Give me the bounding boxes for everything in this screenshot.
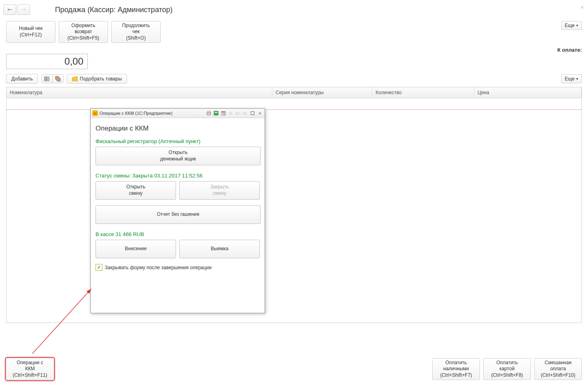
pick-goods-label: Подобрать товары (80, 76, 122, 82)
payment-amount: 0,00 (6, 54, 88, 69)
continue-label-3: (Shift+O) (116, 35, 156, 42)
open-drawer-label-1: Открыть (168, 150, 187, 156)
withdraw-button[interactable]: Выемка (179, 240, 260, 258)
refund-label-2: возврат (63, 29, 104, 35)
deposit-label: Внесение (125, 246, 147, 252)
refund-label-3: (Ctrl+Shift+F5) (63, 35, 104, 42)
pay-cash-button[interactable]: Оплатить наличными (Ctrl+Shift+F7) (432, 358, 480, 380)
x-report-label: Отчет без гашения (157, 211, 199, 218)
dialog-title: Операции с ККМ (1С:Предприятие) (100, 111, 172, 116)
nav-back-button[interactable]: 🡐 (3, 4, 16, 15)
dialog-titlebar[interactable]: 1c Операции с ККМ (1С:Предприятие) 31 M … (91, 109, 265, 118)
refund-label-1: Оформить (63, 23, 104, 29)
new-check-label-2: (Ctrl+F12) (11, 32, 51, 38)
dialog-maximize-button[interactable] (249, 110, 256, 116)
toolbar2-more-label: Еще (565, 76, 575, 82)
svg-marker-5 (55, 76, 60, 81)
pay-cash-label-3: (Ctrl+Shift+F7) (436, 372, 476, 379)
close-after-label: Закрывать форму после завершения операци… (105, 265, 212, 270)
close-after-checkbox[interactable]: ✓ (96, 264, 102, 271)
svg-rect-10 (215, 112, 217, 113)
pay-cash-label-2: наличными (436, 366, 476, 372)
memory-mminus-icon: M- (242, 110, 248, 116)
dialog-heading: Операции с ККМ (96, 124, 260, 133)
kkm-btn-label-2: ККМ (10, 366, 50, 372)
kkm-btn-label-3: (Ctrl+Shift+F11) (10, 372, 50, 379)
open-cash-drawer-button[interactable]: Открыть денежный ящик (96, 147, 261, 165)
continue-label-1: Продолжить (116, 23, 156, 29)
tag-icon-button[interactable] (53, 75, 63, 83)
toolbar-more-button[interactable]: Еще ▾ (561, 21, 582, 30)
caret-down-icon: ▾ (576, 23, 578, 27)
pay-card-label-1: Оплатить (487, 360, 527, 366)
svg-text:31: 31 (222, 112, 225, 115)
calendar-icon[interactable]: 31 (220, 110, 227, 116)
print-icon[interactable] (206, 110, 212, 116)
svg-rect-9 (214, 111, 218, 115)
tag-icon (55, 76, 61, 82)
payment-label: К оплате: (6, 47, 582, 53)
open-shift-label-1: Открыть (126, 184, 145, 190)
col-quantity[interactable]: Количество (372, 87, 474, 98)
col-nomenclature[interactable]: Номенклатура (6, 87, 272, 98)
table-header: Номенклатура Серия номенклатуры Количест… (6, 87, 582, 98)
pay-card-button[interactable]: Оплатить картой (Ctrl+Shift+F8) (483, 358, 531, 380)
toolbar2-more-button[interactable]: Еще ▾ (561, 74, 582, 83)
svg-rect-14 (251, 112, 254, 115)
cash-balance-label: В кассе 31 466 RUB (96, 231, 260, 237)
kkm-operations-dialog: 1c Операции с ККМ (1С:Предприятие) 31 M … (90, 108, 265, 313)
pay-mix-label-2: оплата (538, 366, 578, 372)
new-check-button[interactable]: Новый чек (Ctrl+F12) (6, 21, 55, 43)
deposit-button[interactable]: Внесение (96, 240, 176, 258)
continue-label-2: чек (116, 29, 156, 35)
col-series[interactable]: Серия номенклатуры (272, 87, 372, 98)
app-1c-icon: 1c (92, 110, 98, 116)
shift-status-label: Статус смены: Закрыта 03.11.2017 11:52:5… (96, 173, 260, 179)
pay-card-label-2: картой (487, 366, 527, 372)
page-title: Продажа (Кассир: Администратор) (55, 6, 173, 14)
open-shift-label-2: смену (129, 190, 143, 197)
new-check-label-1: Новый чек (11, 25, 51, 32)
refund-button[interactable]: Оформить возврат (Ctrl+Shift+F5) (59, 21, 108, 43)
open-shift-button[interactable]: Открыть смену (96, 181, 176, 200)
folder-icon (72, 76, 78, 81)
pick-goods-button[interactable]: Подобрать товары (67, 74, 127, 84)
add-button[interactable]: Добавить (6, 74, 38, 84)
close-shift-label-1: Закрыть (210, 184, 229, 190)
barcode-icon-button[interactable] (42, 75, 53, 83)
caret-down-icon: ▾ (576, 77, 578, 81)
svg-rect-8 (208, 114, 210, 115)
nav-forward-button[interactable]: 🡒 (17, 4, 30, 15)
withdraw-label: Выемка (211, 246, 229, 252)
close-shift-label-2: смену (213, 190, 227, 197)
memory-mplus-icon: M+ (235, 110, 241, 116)
dialog-close-button[interactable]: ✕ (257, 110, 263, 116)
barcode-icon (44, 76, 50, 82)
open-drawer-label-2: денежный ящик (160, 156, 196, 162)
kkm-btn-label-1: Операции с (10, 360, 50, 366)
pay-card-label-3: (Ctrl+Shift+F8) (487, 372, 527, 379)
kkm-operations-button[interactable]: Операции с ККМ (Ctrl+Shift+F11) (6, 358, 54, 380)
toolbar-more-label: Еще (565, 23, 575, 28)
calc-green-icon[interactable] (213, 110, 219, 116)
pay-mixed-button[interactable]: Смешанная оплата (Ctrl+Shift+F10) (534, 358, 582, 380)
svg-rect-7 (208, 111, 210, 112)
fiscal-registrator-label: Фискальный регистратор (Аптечный пункт) (96, 138, 260, 144)
memory-m-icon: M (227, 110, 234, 116)
close-shift-button[interactable]: Закрыть смену (179, 181, 260, 200)
pay-cash-label-1: Оплатить (436, 360, 476, 366)
continue-check-button[interactable]: Продолжить чек (Shift+O) (111, 21, 161, 43)
col-price[interactable]: Цена (474, 87, 582, 98)
pay-mix-label-1: Смешанная (538, 360, 578, 366)
pay-mix-label-3: (Ctrl+Shift+F10) (538, 372, 578, 379)
x-report-button[interactable]: Отчет без гашения (96, 205, 261, 224)
window-close-icon[interactable]: × (581, 4, 584, 11)
